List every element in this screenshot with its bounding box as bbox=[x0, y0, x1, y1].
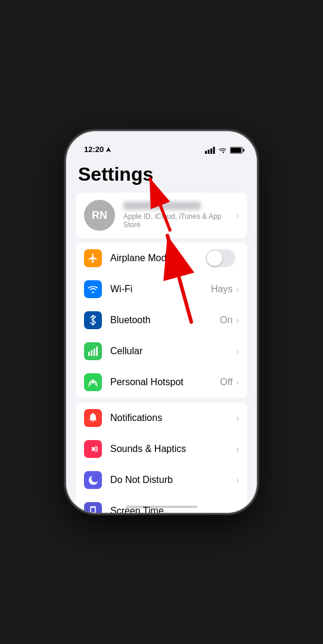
screen-time-svg bbox=[88, 506, 98, 513]
profile-section: RN Apple ID, iCloud, iTunes & App Store … bbox=[76, 193, 247, 238]
notifications-content: Notifications › bbox=[110, 413, 239, 423]
wifi-content: Wi-Fi Hays › bbox=[110, 284, 239, 295]
hotspot-svg bbox=[88, 377, 98, 388]
dnd-label: Do Not Disturb bbox=[110, 475, 173, 485]
profile-row[interactable]: RN Apple ID, iCloud, iTunes & App Store … bbox=[76, 193, 247, 238]
phone-frame: 12:20 bbox=[66, 131, 257, 513]
svg-point-14 bbox=[92, 413, 94, 414]
sounds-svg bbox=[88, 444, 98, 454]
connectivity-section: Airplane Mode Wi-Fi bbox=[76, 243, 247, 398]
hotspot-chevron: › bbox=[236, 377, 239, 387]
screen-time-chevron: › bbox=[236, 506, 239, 513]
location-icon bbox=[105, 147, 111, 153]
svg-rect-11 bbox=[94, 349, 95, 356]
profile-info: Apple ID, iCloud, iTunes & App Store bbox=[123, 202, 236, 229]
svg-point-16 bbox=[91, 448, 92, 450]
hotspot-icon bbox=[84, 373, 102, 391]
sounds-row[interactable]: Sounds & Haptics › bbox=[76, 434, 247, 465]
hotspot-value: Off bbox=[220, 377, 232, 388]
dnd-svg bbox=[88, 475, 98, 485]
wifi-status-icon bbox=[218, 147, 227, 154]
cellular-svg bbox=[88, 346, 98, 356]
notifications-icon bbox=[84, 409, 102, 427]
wifi-row[interactable]: Wi-Fi Hays › bbox=[76, 274, 247, 305]
battery-icon bbox=[230, 147, 245, 154]
profile-name-blurred bbox=[123, 202, 201, 210]
screen-time-row[interactable]: Screen Time › bbox=[76, 496, 247, 513]
settings-content: Settings RN bbox=[66, 157, 257, 513]
cellular-row[interactable]: Cellular › bbox=[76, 336, 247, 367]
wifi-chevron: › bbox=[236, 284, 239, 294]
dnd-icon bbox=[84, 471, 102, 489]
cellular-chevron: › bbox=[236, 346, 239, 356]
wifi-icon bbox=[84, 280, 102, 298]
cellular-label: Cellular bbox=[110, 346, 142, 357]
notifications-label: Notifications bbox=[110, 413, 162, 423]
dnd-chevron: › bbox=[236, 475, 239, 485]
notifications-chevron: › bbox=[236, 413, 239, 423]
svg-rect-3 bbox=[213, 147, 215, 154]
wifi-label: Wi-Fi bbox=[110, 284, 132, 295]
svg-rect-1 bbox=[208, 150, 210, 154]
sounds-icon bbox=[84, 440, 102, 458]
dnd-row[interactable]: Do Not Disturb › bbox=[76, 465, 247, 496]
dnd-content: Do Not Disturb › bbox=[110, 475, 239, 485]
avatar: RN bbox=[84, 200, 115, 231]
airplane-mode-content: Airplane Mode bbox=[110, 249, 239, 267]
bluetooth-content: Bluetooth On › bbox=[110, 315, 239, 326]
bluetooth-row[interactable]: Bluetooth On › bbox=[76, 305, 247, 336]
hotspot-row[interactable]: Personal Hotspot Off › bbox=[76, 367, 247, 398]
bluetooth-value: On bbox=[220, 315, 232, 326]
cellular-icon bbox=[84, 342, 102, 360]
svg-rect-18 bbox=[91, 507, 95, 512]
status-time: 12:20 bbox=[84, 145, 104, 154]
bluetooth-chevron: › bbox=[236, 315, 239, 325]
profile-chevron: › bbox=[236, 210, 239, 220]
hotspot-label: Personal Hotspot bbox=[110, 377, 184, 388]
airplane-mode-label: Airplane Mode bbox=[110, 253, 172, 264]
wifi-value: Hays bbox=[211, 284, 232, 295]
status-icons bbox=[205, 147, 245, 154]
wifi-svg bbox=[88, 285, 98, 293]
wifi-value-container: Hays › bbox=[211, 284, 239, 295]
notifications-svg bbox=[88, 413, 98, 423]
home-indicator[interactable] bbox=[126, 506, 197, 508]
svg-rect-10 bbox=[91, 350, 92, 356]
screen: 12:20 bbox=[66, 131, 257, 513]
cellular-content: Cellular › bbox=[110, 346, 239, 357]
hotspot-value-container: Off › bbox=[220, 377, 239, 388]
airplane-svg bbox=[88, 253, 98, 264]
svg-rect-5 bbox=[243, 149, 244, 152]
page-title: Settings bbox=[66, 157, 257, 193]
svg-rect-2 bbox=[210, 148, 212, 154]
airplane-mode-icon bbox=[84, 249, 102, 267]
notifications-row[interactable]: Notifications › bbox=[76, 402, 247, 434]
airplane-mode-toggle[interactable] bbox=[206, 249, 235, 267]
svg-rect-12 bbox=[96, 346, 98, 356]
bluetooth-svg bbox=[89, 315, 97, 326]
airplane-mode-row[interactable]: Airplane Mode bbox=[76, 243, 247, 274]
svg-rect-9 bbox=[88, 352, 90, 356]
sounds-content: Sounds & Haptics › bbox=[110, 444, 239, 454]
notifications-section: Notifications › So bbox=[76, 402, 247, 513]
screen-time-icon bbox=[84, 502, 102, 513]
signal-icon bbox=[205, 147, 215, 154]
status-bar: 12:20 bbox=[66, 131, 257, 157]
sounds-label: Sounds & Haptics bbox=[110, 444, 186, 454]
svg-rect-0 bbox=[205, 151, 207, 154]
sounds-chevron: › bbox=[236, 444, 239, 454]
profile-subtitle: Apple ID, iCloud, iTunes & App Store bbox=[123, 212, 236, 229]
bluetooth-value-container: On › bbox=[220, 315, 239, 326]
svg-rect-6 bbox=[231, 148, 241, 153]
bluetooth-label: Bluetooth bbox=[110, 315, 151, 326]
hotspot-content: Personal Hotspot Off › bbox=[110, 377, 239, 388]
bluetooth-icon bbox=[84, 311, 102, 329]
